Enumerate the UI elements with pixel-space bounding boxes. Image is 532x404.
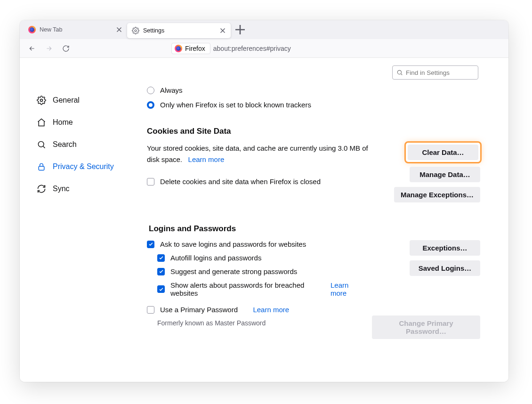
sidebar-item-label: Privacy & Security bbox=[53, 162, 114, 171]
logins-heading: Logins and Passwords bbox=[149, 224, 480, 234]
checkbox-ask-save[interactable]: Ask to save logins and passwords for web… bbox=[147, 240, 363, 248]
gear-icon bbox=[132, 27, 139, 34]
forward-button[interactable] bbox=[42, 42, 56, 55]
lock-icon bbox=[37, 162, 46, 171]
radio-label: Only when Firefox is set to block known … bbox=[160, 101, 311, 109]
sidebar-item-label: General bbox=[53, 96, 80, 105]
identity-label: Firefox bbox=[185, 45, 205, 52]
url-text: about:preferences#privacy bbox=[213, 45, 291, 52]
checkbox-label: Show alerts about passwords for breached… bbox=[170, 281, 315, 297]
reload-button[interactable] bbox=[59, 42, 73, 55]
sidebar-item-label: Home bbox=[53, 118, 73, 127]
toolbar: Firefox about:preferences#privacy bbox=[20, 39, 508, 58]
sidebar-item-label: Search bbox=[53, 140, 77, 149]
sidebar-item-privacy[interactable]: Privacy & Security bbox=[37, 155, 137, 178]
radio-only-blocked[interactable]: Only when Firefox is set to block known … bbox=[147, 101, 480, 109]
browser-window: New Tab Settings bbox=[20, 20, 508, 382]
sidebar-item-sync[interactable]: Sync bbox=[37, 178, 137, 200]
settings-sidebar: General Home Search Privacy & Security S… bbox=[20, 58, 137, 382]
change-primary-password-button[interactable]: Change Primary Password… bbox=[372, 315, 480, 339]
checkbox-icon bbox=[147, 178, 154, 186]
tab-settings[interactable]: Settings bbox=[127, 23, 231, 38]
checkbox-label: Suggest and generate strong passwords bbox=[170, 267, 297, 275]
clear-data-button[interactable]: Clear Data… bbox=[408, 145, 478, 160]
manage-exceptions-button[interactable]: Manage Exceptions… bbox=[394, 187, 480, 202]
alerts-learn-more-link[interactable]: Learn more bbox=[330, 281, 363, 297]
checkbox-label: Ask to save logins and passwords for web… bbox=[160, 240, 306, 248]
svg-point-2 bbox=[40, 99, 43, 101]
search-icon bbox=[396, 69, 403, 76]
primary-password-note: Formerly known as Master Password bbox=[157, 319, 363, 327]
firefox-icon bbox=[28, 26, 36, 33]
cookies-heading: Cookies and Site Data bbox=[147, 127, 480, 136]
close-icon[interactable] bbox=[115, 25, 123, 34]
checkbox-label: Delete cookies and site data when Firefo… bbox=[160, 178, 321, 186]
search-icon bbox=[37, 140, 46, 149]
sidebar-item-label: Sync bbox=[53, 185, 70, 193]
sidebar-item-home[interactable]: Home bbox=[37, 111, 137, 133]
tab-label: Settings bbox=[143, 27, 215, 34]
saved-logins-button[interactable]: Saved Logins… bbox=[410, 260, 480, 276]
primary-learn-more-link[interactable]: Learn more bbox=[253, 306, 289, 314]
radio-always[interactable]: Always bbox=[147, 86, 480, 94]
new-tab-button[interactable] bbox=[233, 22, 248, 37]
logins-exceptions-button[interactable]: Exceptions… bbox=[410, 240, 480, 256]
checkbox-autofill[interactable]: Autofill logins and passwords bbox=[157, 254, 363, 262]
svg-point-0 bbox=[135, 30, 137, 32]
checkbox-delete-on-close[interactable]: Delete cookies and site data when Firefo… bbox=[147, 178, 379, 186]
radio-label: Always bbox=[160, 86, 183, 94]
close-icon[interactable] bbox=[218, 26, 227, 35]
settings-search-input[interactable] bbox=[406, 69, 474, 76]
sidebar-item-general[interactable]: General bbox=[37, 89, 137, 111]
back-button[interactable] bbox=[25, 42, 39, 55]
settings-search[interactable] bbox=[392, 65, 478, 80]
checkbox-icon bbox=[157, 268, 165, 275]
checkbox-icon bbox=[157, 254, 165, 262]
url-bar[interactable]: Firefox about:preferences#privacy bbox=[169, 41, 503, 56]
svg-point-1 bbox=[397, 70, 401, 74]
radio-icon bbox=[147, 87, 154, 94]
sidebar-item-search[interactable]: Search bbox=[37, 133, 137, 155]
highlighted-clear-data: Clear Data… bbox=[406, 143, 480, 162]
checkbox-breach-alerts[interactable]: Show alerts about passwords for breached… bbox=[157, 281, 363, 297]
firefox-icon bbox=[175, 45, 182, 52]
cookies-description: Your stored cookies, site data, and cach… bbox=[147, 143, 379, 165]
content: General Home Search Privacy & Security S… bbox=[20, 58, 508, 382]
checkbox-suggest-passwords[interactable]: Suggest and generate strong passwords bbox=[157, 267, 363, 275]
cookies-learn-more-link[interactable]: Learn more bbox=[188, 155, 225, 163]
checkbox-icon bbox=[147, 306, 154, 314]
checkbox-label: Use a Primary Password bbox=[160, 306, 238, 314]
home-icon bbox=[37, 118, 46, 127]
checkbox-icon bbox=[157, 285, 165, 293]
manage-data-button[interactable]: Manage Data… bbox=[410, 167, 480, 182]
tabbar: New Tab Settings bbox=[20, 20, 508, 39]
checkbox-icon bbox=[147, 241, 154, 248]
sync-icon bbox=[37, 184, 46, 194]
svg-rect-4 bbox=[39, 166, 44, 170]
radio-icon bbox=[147, 101, 154, 109]
checkbox-label: Autofill logins and passwords bbox=[170, 254, 261, 262]
identity-box[interactable]: Firefox bbox=[171, 43, 210, 54]
tab-new-tab[interactable]: New Tab bbox=[24, 22, 127, 37]
gear-icon bbox=[37, 96, 46, 105]
tab-label: New Tab bbox=[40, 26, 111, 33]
svg-point-3 bbox=[38, 141, 44, 147]
checkbox-primary-password[interactable]: Use a Primary Password Learn more bbox=[147, 306, 363, 314]
settings-main: Always Only when Firefox is set to block… bbox=[137, 58, 508, 382]
